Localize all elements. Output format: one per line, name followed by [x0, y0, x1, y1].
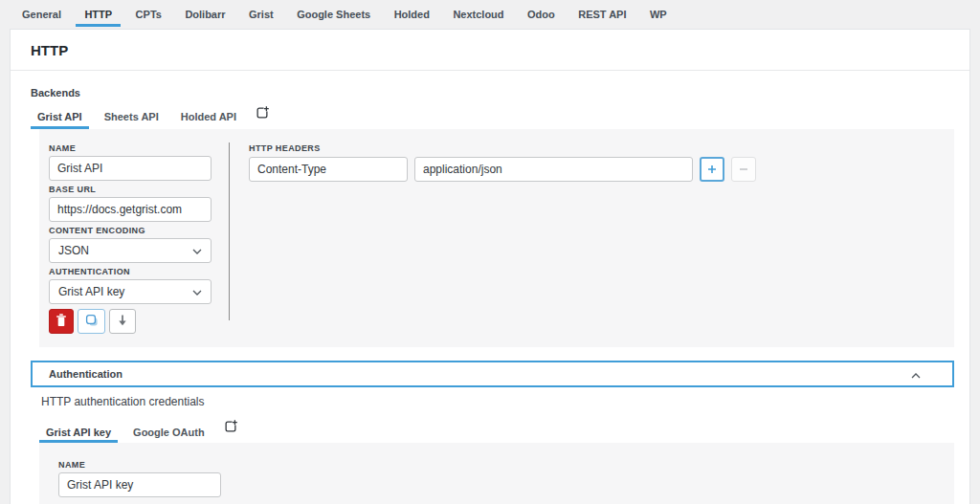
tab-google-sheets[interactable]: Google Sheets [288, 5, 379, 27]
name-label: NAME [49, 143, 229, 153]
page-title: HTTP [31, 42, 950, 58]
backends-tab-bar: Grist API Sheets API Holded API [31, 106, 954, 129]
tab-cpts[interactable]: CPTs [127, 5, 170, 27]
tab-general[interactable]: General [13, 5, 70, 27]
base-url-input[interactable] [49, 197, 212, 222]
header-value-input[interactable] [414, 157, 693, 182]
minus-icon [739, 163, 748, 177]
export-backend-button[interactable] [109, 309, 136, 334]
accordion-title: Authentication [49, 368, 122, 380]
card-content: Backends Grist API Sheets API Holded API… [11, 87, 969, 504]
auth-name-input[interactable] [58, 472, 221, 497]
http-headers-section: HTTP HEADERS [230, 129, 954, 347]
trash-icon [56, 314, 67, 330]
tab-rest-api[interactable]: REST API [569, 5, 635, 27]
content-encoding-select[interactable]: JSON [49, 238, 212, 263]
content-encoding-label: CONTENT ENCODING [49, 226, 229, 235]
content-encoding-value: JSON [58, 244, 89, 257]
settings-card: HTTP Backends Grist API Sheets API Holde… [10, 29, 970, 504]
plus-icon [707, 163, 717, 177]
authentication-value: Grist API key [58, 285, 124, 298]
auth-description: HTTP authentication credentials [39, 395, 954, 408]
auth-panel: NAME SCHEMA [39, 443, 954, 504]
backend-panel: NAME BASE URL CONTENT ENCODING JSON AUTH… [39, 129, 954, 347]
auth-name-label: NAME [58, 460, 954, 470]
tab-nextcloud[interactable]: Nextcloud [444, 5, 512, 27]
name-input[interactable] [49, 156, 212, 181]
backend-tab-sheets-api[interactable]: Sheets API [98, 107, 166, 129]
tab-http[interactable]: HTTP [76, 5, 121, 27]
backend-actions [49, 309, 229, 334]
http-headers-label: HTTP HEADERS [249, 143, 954, 153]
new-tab-plus-icon [224, 420, 237, 436]
tab-wp[interactable]: WP [641, 5, 676, 27]
authentication-select[interactable]: Grist API key [49, 279, 212, 304]
authentication-label: AUTHENTICATION [49, 267, 229, 276]
backend-form: NAME BASE URL CONTENT ENCODING JSON AUTH… [39, 129, 229, 347]
auth-tab-bar: Grist API key Google OAuth [39, 420, 954, 443]
tab-dolibarr[interactable]: Dolibarr [176, 5, 234, 27]
settings-tab-bar: General HTTP CPTs Dolibarr Grist Google … [0, 0, 980, 27]
add-header-button[interactable] [700, 157, 724, 182]
tab-holded[interactable]: Holded [386, 5, 438, 27]
backend-tab-holded-api[interactable]: Holded API [174, 107, 243, 129]
duplicate-backend-button[interactable] [78, 309, 105, 334]
delete-backend-button[interactable] [49, 309, 74, 334]
new-tab-plus-icon [256, 106, 269, 122]
tab-odoo[interactable]: Odoo [519, 5, 564, 27]
tab-grist[interactable]: Grist [240, 5, 282, 27]
backend-tab-grist-api[interactable]: Grist API [31, 107, 89, 129]
header-name-input[interactable] [249, 157, 408, 182]
authentication-accordion[interactable]: Authentication [31, 361, 954, 387]
header-row [249, 157, 954, 182]
arrow-down-icon [118, 315, 127, 329]
auth-tab-grist-api-key[interactable]: Grist API key [39, 425, 118, 443]
chevron-up-icon [911, 365, 921, 383]
auth-tab-google-oauth[interactable]: Google OAuth [126, 425, 212, 443]
backends-heading: Backends [31, 87, 954, 99]
add-backend-tab-button[interactable] [252, 106, 269, 129]
authentication-section: HTTP authentication credentials Grist AP… [39, 395, 954, 504]
chevron-down-icon [192, 285, 202, 298]
base-url-label: BASE URL [49, 185, 229, 194]
add-auth-tab-button[interactable] [220, 420, 237, 443]
chevron-down-icon [192, 244, 202, 257]
card-header: HTTP [11, 30, 969, 71]
duplicate-icon [85, 314, 99, 330]
remove-header-button[interactable] [731, 157, 756, 182]
